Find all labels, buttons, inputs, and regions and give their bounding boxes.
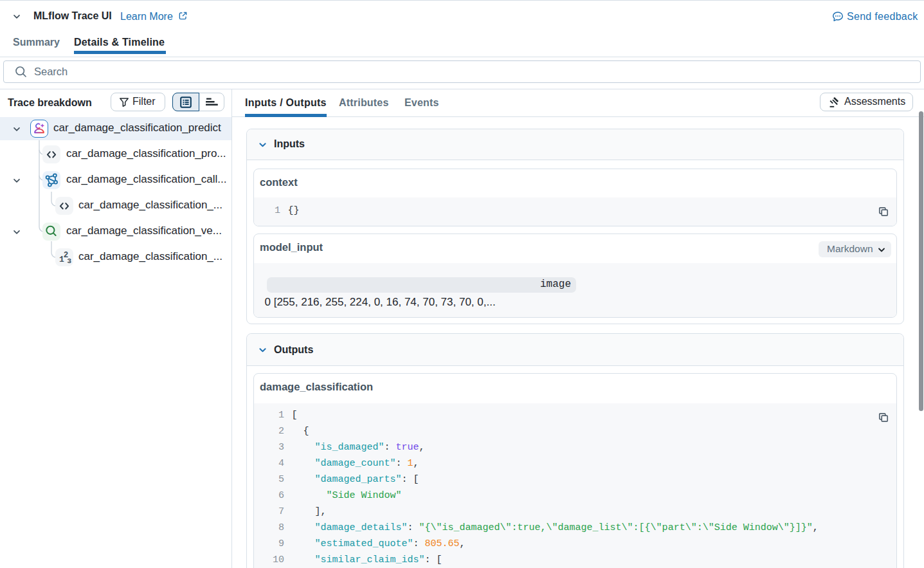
svg-text:3: 3 bbox=[67, 257, 71, 265]
